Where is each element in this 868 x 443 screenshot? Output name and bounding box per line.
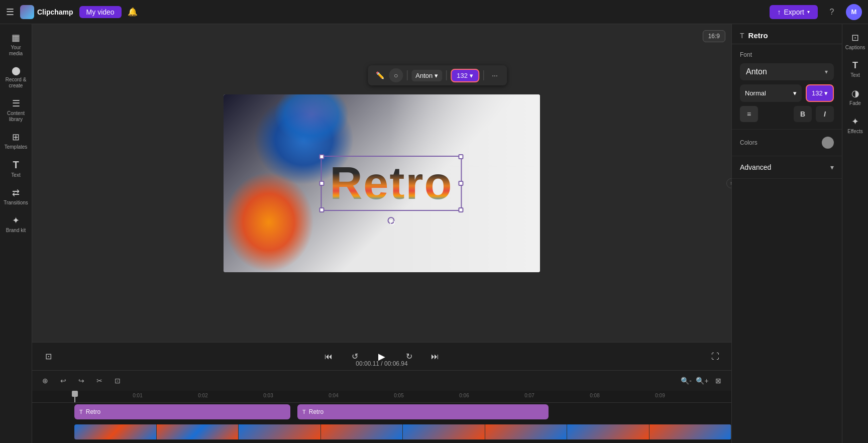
sidebar-item-label-record: Record & create — [4, 77, 28, 89]
timeline-zoom-controls: 🔍- 🔍+ ⊠ — [679, 374, 725, 388]
retro-text[interactable]: Retro — [330, 158, 453, 208]
colors-row: Colors — [740, 137, 834, 149]
text-edit-pencil-button[interactable]: ✏️ — [373, 68, 387, 82]
ruler-mark-008: 0:08 — [590, 393, 599, 398]
fit-timeline-button[interactable]: ⊠ — [711, 374, 725, 388]
effects-mini-label: Effects — [847, 129, 862, 134]
font-selector[interactable]: Anton ▾ — [411, 70, 442, 81]
sidebar-item-templates[interactable]: ⊞ Templates — [2, 128, 30, 154]
captions-mini-label: Captions — [845, 45, 865, 50]
right-panel-header: T Retro — [732, 24, 842, 44]
zoom-out-button[interactable]: 🔍- — [679, 374, 693, 388]
align-left-button[interactable]: ≡ — [740, 106, 758, 122]
captions-button[interactable]: ⊡ — [40, 349, 56, 365]
text-selection-container[interactable]: Retro ↻ — [320, 156, 462, 211]
timeline-undo-button[interactable]: ↩ — [56, 374, 70, 388]
more-options-button[interactable]: ··· — [488, 68, 502, 82]
ruler-mark-004: 0:04 — [329, 393, 338, 398]
sidebar-item-label-templates: Templates — [5, 144, 28, 150]
advanced-section[interactable]: Advanced ▾ — [732, 156, 842, 179]
color-picker[interactable] — [822, 137, 834, 149]
text-element-wrapper[interactable]: Retro ↻ — [320, 156, 462, 211]
skip-to-start-button[interactable]: ⏮ — [320, 349, 337, 365]
panel-title-icon: T — [740, 32, 744, 40]
font-size-input[interactable]: 132 ▾ — [806, 84, 834, 102]
font-section-label: Font — [740, 51, 834, 58]
mini-panel-captions[interactable]: ⊡ Captions — [843, 28, 867, 54]
ruler-mark-003: 0:03 — [263, 393, 273, 398]
mini-panel-fade[interactable]: ◑ Fade — [843, 84, 867, 110]
mini-panel-text[interactable]: T Text — [843, 56, 867, 82]
user-avatar[interactable]: M — [846, 4, 862, 20]
sidebar-item-content-library[interactable]: ☰ Content library — [2, 94, 30, 127]
record-create-icon: ⬤ — [12, 66, 21, 75]
italic-button[interactable]: I — [816, 106, 834, 122]
font-name-selector[interactable]: Anton ▾ — [740, 63, 834, 80]
rename-icon[interactable]: 🔔 — [128, 7, 138, 17]
advanced-label: Advanced — [740, 163, 771, 171]
selection-handle-ml[interactable] — [319, 181, 324, 186]
font-style-selector[interactable]: Normal ▾ — [740, 84, 802, 102]
hamburger-menu[interactable]: ☰ — [6, 7, 14, 18]
timeline-add-button[interactable]: ⊕ — [38, 374, 52, 388]
right-mini-panel: ⊡ Captions T Text ◑ Fade ✦ Effects — [842, 24, 868, 443]
text-track-1[interactable]: T Retro — [74, 404, 290, 419]
timeline-toolbar: ⊕ ↩ ↪ ✂ ⊡ 🔍- 🔍+ ⊠ — [32, 370, 731, 391]
colors-section: Colors — [732, 130, 842, 156]
video-thumb-6 — [485, 424, 568, 439]
selection-handle-br[interactable] — [458, 207, 463, 212]
skip-to-end-button[interactable]: ⏭ — [427, 349, 443, 365]
sidebar-item-record-create[interactable]: ⬤ Record & create — [2, 62, 30, 93]
sidebar-item-label-brand: Brand kit — [6, 228, 26, 234]
font-selector-arrow: ▾ — [435, 72, 438, 79]
templates-icon: ⊞ — [12, 132, 20, 143]
selection-handle-mr[interactable] — [458, 181, 463, 186]
canvas-container: Retro ↻ — [224, 94, 540, 272]
advanced-row[interactable]: Advanced ▾ — [740, 163, 834, 171]
video-thumb-3 — [239, 424, 321, 439]
export-button[interactable]: ↑ Export ▾ — [770, 5, 818, 19]
fullscreen-button[interactable]: ⛶ — [707, 349, 723, 365]
font-style-chevron: ▾ — [793, 89, 797, 97]
help-button[interactable]: ? — [824, 4, 840, 20]
video-thumb-1 — [74, 424, 157, 439]
video-title-badge[interactable]: My video — [79, 6, 122, 18]
playhead-handle[interactable] — [72, 391, 78, 397]
selection-handle-tr[interactable] — [458, 154, 463, 159]
collapse-right-panel-button[interactable]: › — [726, 178, 731, 188]
font-name-value: Anton — [746, 67, 767, 76]
font-name-chevron: ▾ — [825, 68, 828, 75]
canvas-video[interactable]: Retro ↻ — [224, 94, 540, 272]
orange-smoke-effect — [224, 172, 314, 272]
video-background: Retro ↻ — [224, 94, 540, 272]
selection-handle-bl[interactable] — [319, 207, 324, 212]
font-size-arrow: ▾ — [470, 72, 473, 79]
timeline-ruler: 0:01 0:02 0:03 0:04 0:05 0:06 0:07 0:08 … — [32, 391, 731, 403]
sidebar-item-transitions[interactable]: ⇄ Transitions — [2, 183, 30, 210]
timeline-capture-button[interactable]: ⊡ — [111, 374, 125, 388]
font-style-value: Normal — [745, 89, 766, 97]
mini-panel-effects[interactable]: ✦ Effects — [843, 112, 867, 138]
selection-handle-rotate[interactable]: ↻ — [388, 217, 395, 224]
font-size-selector[interactable]: 132 ▾ — [451, 69, 479, 82]
text-style-circle-button[interactable]: ○ — [389, 68, 403, 82]
fade-mini-label: Fade — [849, 100, 861, 106]
sidebar-item-your-media[interactable]: ▦ Your media — [2, 28, 30, 61]
video-track[interactable] — [74, 424, 731, 439]
panel-title: Retro — [748, 31, 768, 40]
zoom-in-button[interactable]: 🔍+ — [695, 374, 709, 388]
sidebar-item-text[interactable]: T Text — [2, 155, 30, 182]
ruler-mark-006: 0:06 — [459, 393, 469, 398]
selection-handle-tl[interactable] — [319, 154, 324, 159]
fade-mini-icon: ◑ — [851, 88, 859, 99]
colors-label: Colors — [740, 139, 757, 146]
right-panel: T Retro Font Anton ▾ Normal ▾ 132 ▾ — [731, 24, 842, 443]
export-dropdown-arrow: ▾ — [807, 9, 810, 15]
timeline-cut-button[interactable]: ✂ — [92, 374, 106, 388]
text-track-2[interactable]: T Retro — [297, 404, 549, 419]
sidebar-item-brand-kit[interactable]: ✦ Brand kit — [2, 211, 30, 238]
your-media-icon: ▦ — [12, 32, 20, 43]
bold-button[interactable]: B — [794, 106, 812, 122]
video-thumb-7 — [567, 424, 649, 439]
timeline-redo-button[interactable]: ↪ — [74, 374, 88, 388]
